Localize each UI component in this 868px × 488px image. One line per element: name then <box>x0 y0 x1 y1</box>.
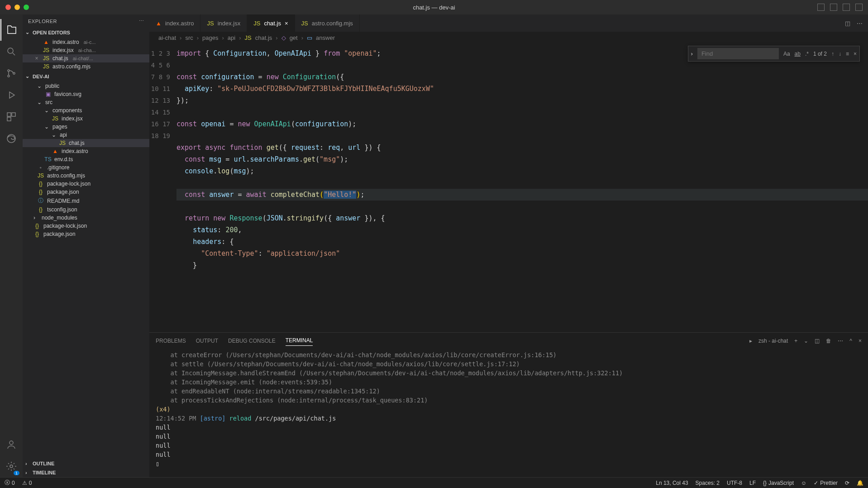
maximize-icon[interactable]: ^ <box>849 338 852 344</box>
svg-rect-6 <box>7 117 11 121</box>
svg-point-9 <box>10 465 13 468</box>
settings-icon[interactable]: 1 <box>0 455 22 477</box>
open-editor-item[interactable]: ▲ index.astro ai-c... <box>23 38 149 46</box>
breadcrumb[interactable]: ai-chat› src› pages› api› JSchat.js› ◇ge… <box>149 32 868 44</box>
folder-node-modules[interactable]: ›node_modules <box>23 214 149 222</box>
explorer-icon[interactable] <box>0 19 22 41</box>
chevron-down-icon: ⌄ <box>25 73 31 79</box>
feedback-icon[interactable]: ☺ <box>801 480 806 486</box>
errors-count[interactable]: ⓧ 0 <box>5 479 15 487</box>
scm-icon[interactable] <box>0 62 22 84</box>
search-icon[interactable] <box>0 41 22 62</box>
file-pkg-root[interactable]: {}package.json <box>23 230 149 238</box>
customize-icon[interactable] <box>855 4 863 11</box>
file-astro-config[interactable]: JSastro.config.mjs <box>23 172 149 180</box>
tab-problems[interactable]: PROBLEMS <box>156 336 186 346</box>
split-icon[interactable]: ◫ <box>845 20 850 27</box>
file-gitignore[interactable]: ◦.gitignore <box>23 163 149 172</box>
more-icon[interactable]: ⋯ <box>139 18 144 24</box>
cursor-position[interactable]: Ln 13, Col 43 <box>656 480 688 486</box>
svg-point-1 <box>8 70 10 72</box>
folder-public[interactable]: ⌄public <box>23 82 149 90</box>
close-icon[interactable]: × <box>858 338 862 344</box>
file-index-jsx[interactable]: JSindex.jsx <box>23 115 149 123</box>
settings-badge: 1 <box>14 471 19 475</box>
close-icon[interactable]: × <box>285 20 288 27</box>
file-readme[interactable]: ⓘREADME.md <box>23 196 149 206</box>
js-icon: JS <box>245 34 252 41</box>
split-terminal-icon[interactable]: ◫ <box>815 338 820 344</box>
file-chat-js[interactable]: JSchat.js <box>23 139 149 147</box>
open-editor-item[interactable]: × JS chat.js ai-chat/... <box>23 54 149 62</box>
tab-terminal[interactable]: TERMINAL <box>286 335 313 346</box>
file-env[interactable]: TSenv.d.ts <box>23 155 149 163</box>
window-title: chat.js — dev-ai <box>413 4 455 11</box>
edge-icon[interactable] <box>0 128 22 149</box>
layout-icon[interactable] <box>817 4 825 11</box>
new-terminal-icon[interactable]: + <box>794 338 797 344</box>
astro-icon: ▲ <box>52 148 59 154</box>
js-icon: JS <box>43 63 50 70</box>
sidebar-icon[interactable] <box>843 4 850 11</box>
jsx-icon: JS <box>43 47 50 53</box>
open-editor-item[interactable]: JS index.jsx ai-cha... <box>23 46 149 54</box>
close-icon[interactable]: × <box>33 55 40 62</box>
file-pkg[interactable]: {}package.json <box>23 188 149 196</box>
minimize-window[interactable] <box>14 5 20 10</box>
json-icon: {} <box>37 189 44 195</box>
debug-icon[interactable] <box>0 84 22 106</box>
bell-icon[interactable]: 🔔 <box>857 480 863 486</box>
account-icon[interactable] <box>0 434 22 455</box>
project-header[interactable]: ⌄ DEV-AI <box>23 72 149 81</box>
method-icon: ◇ <box>281 34 286 41</box>
open-editors-header[interactable]: ⌄ OPEN EDITORS <box>23 28 149 37</box>
open-editor-item[interactable]: JS astro.config.mjs <box>23 62 149 71</box>
panel-icon[interactable] <box>830 4 837 11</box>
timeline-header[interactable]: ›TIMELINE <box>23 468 149 477</box>
language-mode[interactable]: {} JavaScript <box>763 480 794 486</box>
svg-rect-5 <box>12 113 15 116</box>
more-icon[interactable]: ⋯ <box>857 20 863 27</box>
maximize-window[interactable] <box>24 5 29 10</box>
tab-index-astro[interactable]: ▲index.astro <box>149 14 200 32</box>
folder-api[interactable]: ⌄api <box>23 131 149 139</box>
tab-index-jsx[interactable]: JSindex.jsx <box>200 14 247 32</box>
editor-tabs: ▲index.astro JSindex.jsx JSchat.js× JSas… <box>149 14 868 32</box>
svg-point-0 <box>8 48 13 53</box>
file-pkg-lock[interactable]: {}package-lock.json <box>23 180 149 188</box>
warnings-count[interactable]: ⚠ 0 <box>22 480 32 486</box>
antenna-icon[interactable]: ⟳ <box>845 480 849 486</box>
outline-header[interactable]: ›OUTLINE <box>23 459 149 468</box>
close-window[interactable] <box>5 5 11 10</box>
code-editor[interactable]: import { Configuration, OpenAIApi } from… <box>176 44 868 332</box>
indent-setting[interactable]: Spaces: 2 <box>696 480 720 486</box>
md-icon: ⓘ <box>37 197 44 205</box>
folder-components[interactable]: ⌄components <box>23 106 149 115</box>
tab-debug-console[interactable]: DEBUG CONSOLE <box>228 336 276 346</box>
terminal[interactable]: at createError (/Users/stephan/Documents… <box>149 349 868 477</box>
chevron-down-icon[interactable]: ⌄ <box>804 338 808 344</box>
bottom-panel: PROBLEMS OUTPUT DEBUG CONSOLE TERMINAL ▸… <box>149 332 868 477</box>
file-favicon[interactable]: ▣favicon.svg <box>23 90 149 98</box>
terminal-shell-icon: ▸ <box>749 338 752 344</box>
js-icon: JS <box>37 172 44 179</box>
file-pkg-lock-root[interactable]: {}package-lock.json <box>23 222 149 230</box>
tab-output[interactable]: OUTPUT <box>196 336 218 346</box>
folder-pages[interactable]: ⌄pages <box>23 123 149 131</box>
extensions-icon[interactable] <box>0 106 22 128</box>
jsx-icon: JS <box>207 20 214 27</box>
file-tsconfig[interactable]: {}tsconfig.json <box>23 206 149 214</box>
folder-src[interactable]: ⌄src <box>23 98 149 106</box>
tab-astro-config[interactable]: JSastro.config.mjs <box>295 14 360 32</box>
js-icon: JS <box>253 20 260 27</box>
trash-icon[interactable]: 🗑 <box>826 338 831 344</box>
terminal-label[interactable]: zsh - ai-chat <box>758 338 788 344</box>
prettier-status[interactable]: ✓ Prettier <box>814 480 838 486</box>
encoding[interactable]: UTF-8 <box>727 480 742 486</box>
eol[interactable]: LF <box>749 480 756 486</box>
more-icon[interactable]: ⋯ <box>838 338 843 344</box>
tab-chat-js[interactable]: JSchat.js× <box>247 14 295 32</box>
svg-point-8 <box>10 441 13 445</box>
gutter: 1 2 3 4 5 6 7 8 9 10 11 12 13 14 15 16 1… <box>149 44 176 332</box>
file-index-astro[interactable]: ▲index.astro <box>23 147 149 155</box>
